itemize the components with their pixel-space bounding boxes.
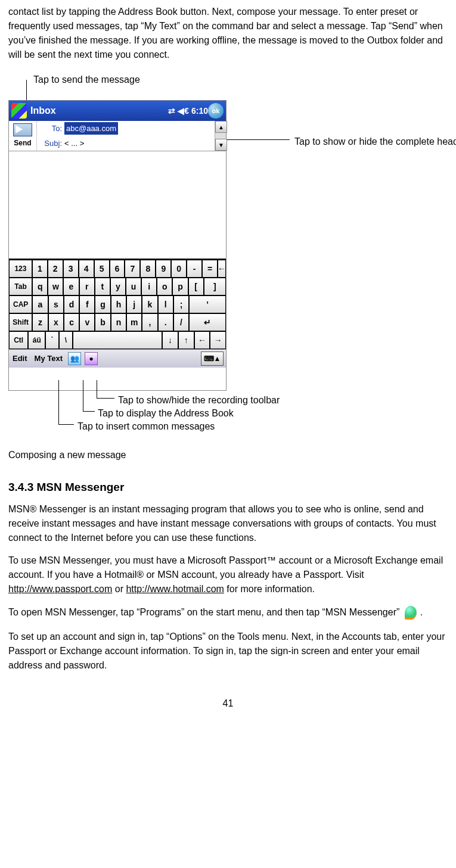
device-screenshot: Inbox ⇄ ◀€ 6:10 ok Send To: abc@aaa.com … (8, 100, 227, 391)
key[interactable]: a (32, 295, 48, 313)
p3b: . (420, 607, 423, 617)
key[interactable]: 7 (125, 260, 140, 278)
key[interactable]: / (173, 313, 189, 331)
key[interactable]: ` (45, 331, 59, 349)
key[interactable]: s (48, 295, 64, 313)
start-menu-icon[interactable] (11, 103, 27, 119)
key[interactable]: t (95, 278, 110, 295)
key[interactable]: l (158, 295, 173, 313)
key[interactable]: [ (188, 278, 204, 295)
key[interactable]: \ (59, 331, 73, 349)
speaker-icon[interactable]: ◀€ (178, 105, 189, 117)
key-space[interactable] (73, 331, 162, 349)
key[interactable]: x (48, 313, 64, 331)
msn-para-1: MSN® Messenger is an instant messaging p… (8, 502, 448, 545)
titlebar: Inbox ⇄ ◀€ 6:10 ok (9, 101, 226, 121)
key-arrow[interactable]: ↑ (178, 331, 194, 349)
to-field-row[interactable]: To: abc@aaa.com (37, 121, 215, 136)
message-body[interactable] (9, 151, 226, 259)
to-value: abc@aaa.com (64, 122, 118, 135)
link-passport[interactable]: http://www.passport.com (8, 584, 112, 594)
key[interactable]: k (142, 295, 157, 313)
header-scrollbar[interactable]: ▲ ▼ (215, 121, 226, 151)
ok-button[interactable]: ok (208, 103, 224, 119)
p2b: or (112, 584, 126, 594)
key[interactable]: y (110, 278, 126, 295)
key[interactable]: v (79, 313, 95, 331)
key[interactable]: g (95, 295, 110, 313)
key[interactable]: 2 (48, 260, 63, 278)
callout-send: Tap to send the message (33, 73, 140, 87)
key[interactable]: áü (28, 331, 45, 349)
key[interactable]: Ctl (9, 331, 28, 349)
address-book-icon[interactable]: 👥 (68, 352, 81, 365)
key[interactable]: ↵ (189, 313, 226, 331)
key[interactable]: Tab (9, 278, 32, 295)
key[interactable]: 123 (9, 260, 32, 278)
key[interactable]: 1 (32, 260, 48, 278)
key[interactable]: 4 (79, 260, 94, 278)
figure-block: Tap to send the message Tap to show or h… (8, 73, 448, 430)
connectivity-icon: ⇄ (168, 105, 175, 117)
key-arrow[interactable]: ↓ (162, 331, 178, 349)
key[interactable]: u (126, 278, 141, 295)
p2a: To use MSN Messenger, you must have a Mi… (8, 555, 443, 580)
command-bar: Edit My Text 👥 ● ⌨▲ (9, 349, 226, 368)
key[interactable]: h (111, 295, 126, 313)
my-text-menu[interactable]: My Text (31, 353, 66, 365)
key[interactable]: z (32, 313, 48, 331)
key[interactable]: n (111, 313, 126, 331)
key[interactable]: 5 (94, 260, 110, 278)
key[interactable]: ; (173, 295, 189, 313)
edit-menu[interactable]: Edit (9, 353, 31, 365)
key[interactable]: 8 (140, 260, 156, 278)
key[interactable]: q (32, 278, 48, 295)
send-button[interactable]: Send (9, 121, 37, 151)
scroll-down-icon[interactable]: ▼ (215, 139, 227, 151)
send-icon (13, 123, 32, 136)
key[interactable]: - (187, 260, 202, 278)
subj-field-row[interactable]: Subj: < ... > (37, 136, 215, 151)
intro-paragraph: contact list by tapping the Address Book… (8, 5, 448, 62)
key[interactable]: i (141, 278, 157, 295)
key[interactable]: 3 (63, 260, 79, 278)
figure-caption: Composing a new message (8, 448, 448, 462)
key[interactable]: CAP (9, 295, 32, 313)
key-arrow[interactable]: ← (194, 331, 210, 349)
key-arrow[interactable]: → (210, 331, 226, 349)
key[interactable]: d (64, 295, 79, 313)
key[interactable]: . (158, 313, 173, 331)
key[interactable]: o (157, 278, 172, 295)
link-hotmail[interactable]: http://www.hotmail.com (126, 584, 224, 594)
key[interactable]: j (126, 295, 142, 313)
key[interactable]: ' (189, 295, 226, 313)
key[interactable]: m (126, 313, 142, 331)
key[interactable]: e (63, 278, 79, 295)
key[interactable]: 9 (156, 260, 171, 278)
msn-para-3: To open MSN Messenger, tap “Programs” on… (8, 605, 448, 621)
key[interactable]: b (95, 313, 110, 331)
key[interactable]: 0 (171, 260, 187, 278)
key[interactable]: f (79, 295, 95, 313)
key[interactable]: r (79, 278, 95, 295)
on-screen-keyboard[interactable]: 1231234567890-=← Tabqwertyuiop[] CAPasdf… (9, 259, 226, 349)
callout-recording: Tap to show/hide the recording toolbar (118, 393, 280, 407)
key[interactable]: Shift (9, 313, 32, 331)
keyboard-toggle-icon[interactable]: ⌨▲ (201, 351, 224, 366)
key[interactable]: ← (218, 260, 226, 278)
key[interactable]: c (64, 313, 79, 331)
key[interactable]: ] (204, 278, 226, 295)
callout-address-book: Tap to display the Address Book (98, 406, 234, 421)
key[interactable]: , (142, 313, 157, 331)
key[interactable]: 6 (110, 260, 125, 278)
scroll-up-icon[interactable]: ▲ (215, 121, 227, 133)
recording-toolbar-icon[interactable]: ● (85, 352, 98, 365)
key[interactable]: w (48, 278, 63, 295)
key[interactable]: = (202, 260, 218, 278)
key[interactable]: p (172, 278, 188, 295)
line-rec-h (97, 398, 114, 399)
status-icons: ⇄ ◀€ 6:10 (168, 105, 208, 117)
subj-label: Subj: (37, 138, 64, 150)
callout-mytext: Tap to insert common messages (77, 419, 215, 434)
titlebar-title: Inbox (30, 104, 168, 118)
